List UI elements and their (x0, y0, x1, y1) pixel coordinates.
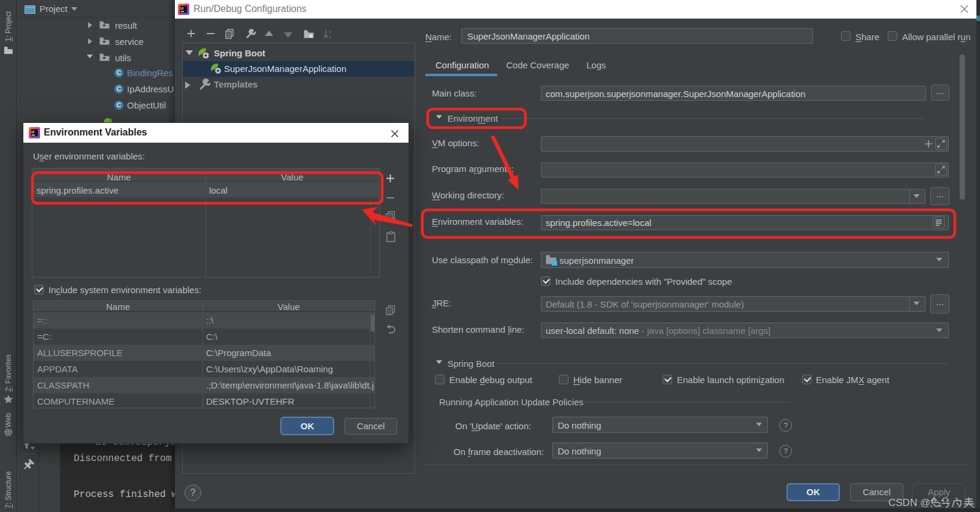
svg-text:a: a (329, 29, 331, 34)
svg-text:IJ: IJ (181, 7, 184, 10)
svg-text:IJ: IJ (32, 130, 35, 134)
svg-text:z: z (329, 35, 331, 39)
